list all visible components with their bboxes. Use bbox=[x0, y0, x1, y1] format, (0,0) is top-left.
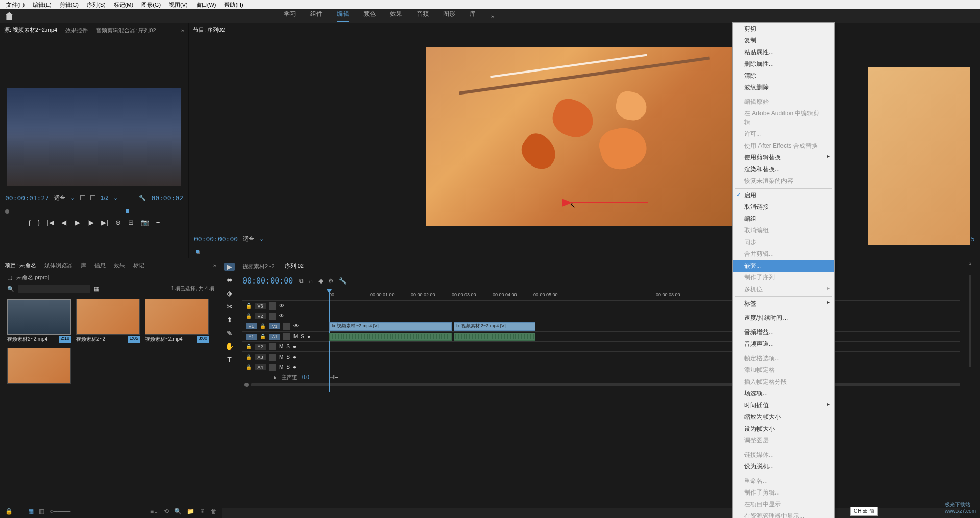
mute-icon[interactable] bbox=[283, 333, 290, 340]
ctx-波纹删除[interactable]: 波纹删除 bbox=[733, 82, 834, 93]
track-select-tool-icon[interactable]: ⬌ bbox=[224, 276, 235, 284]
eye-icon[interactable]: 👁 bbox=[279, 303, 284, 309]
home-icon[interactable] bbox=[5, 12, 13, 20]
timeline-ruler[interactable]: 00 00:00:01:00 00:00:02:00 00:00:03:00 0… bbox=[329, 290, 980, 300]
track-a3[interactable]: 🔒A3MS● bbox=[242, 351, 980, 362]
chevron-down-icon[interactable]: ⌄ bbox=[113, 195, 118, 201]
goto-in-icon[interactable]: |◀ bbox=[47, 219, 54, 226]
timeline-timecode[interactable]: 00:00:00:00 bbox=[242, 276, 293, 286]
s-icon[interactable]: S bbox=[286, 344, 290, 349]
rec-icon[interactable]: ● bbox=[307, 334, 310, 339]
menu-edit[interactable]: 编辑(E) bbox=[29, 1, 56, 9]
new-bin-icon[interactable]: 📁 bbox=[187, 508, 194, 515]
ctx-速度/持续时间[interactable]: 速度/持续时间... bbox=[733, 312, 834, 324]
thumbnail[interactable] bbox=[145, 299, 209, 335]
tab-markers[interactable]: 标记 bbox=[133, 262, 144, 269]
master-track[interactable]: ▸ 主声道 0.0 ⊣⊢ bbox=[242, 372, 980, 382]
lock-icon[interactable]: 🔒 bbox=[246, 364, 252, 370]
pen-tool-icon[interactable]: ✎ bbox=[224, 329, 235, 337]
track-label[interactable]: A3 bbox=[255, 354, 266, 360]
tab-effect-controls[interactable]: 效果控件 bbox=[65, 27, 88, 34]
source-monitor[interactable] bbox=[7, 88, 181, 186]
menu-sequence[interactable]: 序列(S) bbox=[83, 1, 110, 9]
trash-icon[interactable]: 🗑 bbox=[211, 508, 217, 515]
project-item[interactable]: 视频素材2~21:05 bbox=[76, 299, 140, 343]
program-ruler[interactable] bbox=[196, 248, 973, 255]
overwrite-icon[interactable]: ⊟ bbox=[128, 219, 134, 226]
lock-icon[interactable]: 🔒 bbox=[246, 313, 252, 319]
m-icon[interactable]: M bbox=[293, 334, 298, 339]
ws-color[interactable]: 颜色 bbox=[363, 10, 376, 22]
project-search-input[interactable] bbox=[18, 285, 90, 293]
audio-clip[interactable] bbox=[329, 333, 452, 341]
type-tool-icon[interactable]: T bbox=[224, 356, 235, 364]
source-toggle2[interactable] bbox=[90, 195, 95, 200]
project-item[interactable]: 视频素材2~2.mp42:18 bbox=[7, 299, 71, 343]
ime-indicator[interactable]: CH 🖮 简 bbox=[850, 507, 878, 516]
tab-seq2[interactable]: 序列 02 bbox=[285, 262, 304, 270]
ctx-缩放为帧大小[interactable]: 缩放为帧大小 bbox=[733, 411, 834, 423]
tab-source[interactable]: 源: 视频素材2~2.mp4 bbox=[4, 26, 57, 34]
razor-tool-icon[interactable]: ✂ bbox=[224, 302, 235, 311]
rec-icon[interactable]: ● bbox=[293, 344, 296, 349]
audio-clip[interactable] bbox=[454, 333, 535, 341]
ctx-清除[interactable]: 清除 bbox=[733, 70, 834, 82]
ctx-使用剪辑替换[interactable]: 使用剪辑替换 bbox=[733, 152, 834, 163]
ctx-场选项[interactable]: 场选项... bbox=[733, 388, 834, 399]
insert-icon[interactable]: ⊕ bbox=[115, 219, 121, 226]
toggle-output-icon[interactable] bbox=[269, 302, 276, 310]
mark-out-icon[interactable]: } bbox=[38, 219, 40, 226]
list-view-icon[interactable]: ≣ bbox=[18, 508, 23, 515]
plus-icon[interactable]: + bbox=[156, 219, 160, 226]
ctx-复制[interactable]: 复制 bbox=[733, 35, 834, 46]
ctx-编组[interactable]: 编组 bbox=[733, 213, 834, 225]
track-v3[interactable]: 🔒V3👁 bbox=[242, 300, 980, 311]
source-ruler[interactable] bbox=[5, 207, 183, 215]
ctx-音频增益[interactable]: 音频增益... bbox=[733, 326, 834, 338]
icon-view-icon[interactable]: ▦ bbox=[28, 508, 34, 515]
rec-icon[interactable]: ● bbox=[293, 354, 296, 360]
video-clip[interactable]: fx 视频素材 ~2.mp4 [V] bbox=[329, 322, 452, 331]
track-label[interactable]: A2 bbox=[255, 344, 266, 350]
ws-audio[interactable]: 音频 bbox=[416, 10, 429, 22]
play-icon[interactable]: ▶ bbox=[75, 219, 80, 226]
project-item[interactable]: 视频素材~2.mp43:00 bbox=[145, 299, 209, 343]
source-zoom[interactable]: 1/2 bbox=[101, 195, 108, 201]
eye-icon[interactable]: 👁 bbox=[279, 313, 284, 319]
ws-more-icon[interactable]: » bbox=[491, 13, 494, 19]
ctx-取消链接[interactable]: 取消链接 bbox=[733, 201, 834, 213]
source-tabs-more-icon[interactable]: » bbox=[181, 27, 184, 33]
filter-icon[interactable]: ▦ bbox=[94, 286, 99, 292]
track-label[interactable]: A1 bbox=[269, 334, 280, 340]
ws-graphics[interactable]: 图形 bbox=[443, 10, 455, 22]
menu-clip[interactable]: 剪辑(C) bbox=[56, 1, 83, 9]
tab-program[interactable]: 节目: 序列02 bbox=[193, 26, 225, 34]
m-icon[interactable]: M bbox=[279, 354, 283, 360]
snap-icon[interactable]: ⧉ bbox=[299, 277, 304, 285]
lock-icon[interactable]: 🔒 bbox=[5, 508, 13, 515]
mute-icon[interactable] bbox=[269, 364, 276, 371]
lock-icon[interactable]: 🔒 bbox=[246, 354, 252, 360]
master-value[interactable]: 0.0 bbox=[302, 374, 309, 380]
tab-effects[interactable]: 效果 bbox=[114, 262, 125, 269]
project-item[interactable] bbox=[7, 348, 71, 384]
video-clip[interactable]: fx 视频素材 2~2.mp4 [V] bbox=[454, 322, 535, 331]
ripple-tool-icon[interactable]: ⬗ bbox=[224, 289, 235, 297]
settings-icon[interactable]: ⚙ bbox=[328, 277, 334, 285]
track-label[interactable]: V2 bbox=[255, 313, 266, 319]
mute-icon[interactable] bbox=[269, 354, 276, 361]
slip-tool-icon[interactable]: ⬍ bbox=[224, 316, 235, 324]
chevron-down-icon[interactable]: ⌄ bbox=[70, 195, 75, 201]
export-frame-icon[interactable]: 📷 bbox=[141, 219, 149, 226]
track-label[interactable]: V3 bbox=[255, 303, 266, 309]
track-v2[interactable]: 🔒V2👁 bbox=[242, 311, 980, 321]
wrench-icon[interactable]: 🔧 bbox=[139, 195, 146, 201]
menu-view[interactable]: 视图(V) bbox=[165, 1, 192, 9]
program-playhead[interactable] bbox=[196, 250, 199, 253]
ctx-嵌套[interactable]: 嵌套... bbox=[733, 260, 834, 272]
program-fit[interactable]: 适合 bbox=[243, 235, 254, 243]
lock-icon[interactable]: 🔒 bbox=[260, 334, 266, 339]
lock-icon[interactable]: 🔒 bbox=[260, 323, 266, 329]
eye-icon[interactable]: 👁 bbox=[293, 323, 299, 329]
tab-seq1[interactable]: 视频素材2~2 bbox=[242, 263, 275, 270]
